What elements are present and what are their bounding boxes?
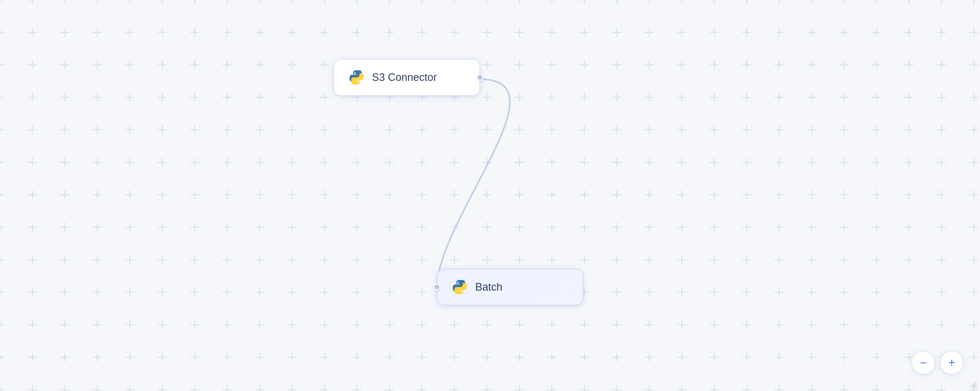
s3-connector-label: S3 Connector bbox=[372, 71, 437, 84]
s3-connector-node[interactable]: S3 Connector bbox=[334, 59, 480, 96]
resize-handle[interactable] bbox=[969, 380, 978, 389]
flow-area: S3 Connector Batch bbox=[0, 0, 980, 391]
zoom-in-button[interactable]: + bbox=[940, 351, 963, 374]
canvas: S3 Connector Batch − + bbox=[0, 0, 980, 391]
svg-point-1 bbox=[358, 81, 359, 82]
svg-point-2 bbox=[458, 282, 459, 283]
zoom-out-button[interactable]: − bbox=[912, 351, 935, 374]
batch-left-port[interactable] bbox=[433, 284, 440, 291]
batch-label: Batch bbox=[475, 281, 502, 294]
zoom-controls: − + bbox=[912, 351, 963, 374]
s3-connector-right-port[interactable] bbox=[476, 74, 484, 81]
python-icon bbox=[347, 68, 366, 87]
svg-point-0 bbox=[354, 72, 355, 73]
svg-point-3 bbox=[461, 291, 462, 292]
batch-node[interactable]: Batch bbox=[437, 269, 583, 305]
svg-line-6 bbox=[975, 386, 976, 387]
python-icon-batch bbox=[450, 278, 469, 296]
